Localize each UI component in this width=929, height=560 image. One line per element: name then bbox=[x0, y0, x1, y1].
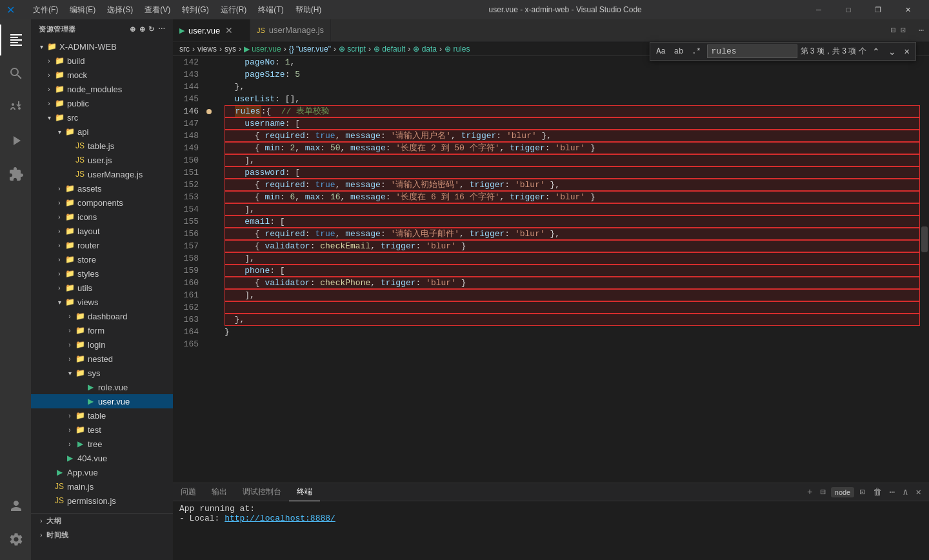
folder-icon: 📁 bbox=[65, 297, 75, 307]
add-terminal-icon[interactable]: + bbox=[804, 486, 815, 499]
sidebar-item-build[interactable]: › 📁 build bbox=[31, 54, 173, 68]
tab-terminal[interactable]: 终端 bbox=[289, 483, 320, 501]
close-button[interactable]: ✕ bbox=[893, 0, 923, 19]
search-icon[interactable] bbox=[0, 58, 31, 89]
sidebar-item-user-vue[interactable]: ▶ user.vue bbox=[31, 394, 173, 408]
menu-view[interactable]: 查看(V) bbox=[139, 3, 175, 17]
run-icon[interactable] bbox=[0, 125, 31, 156]
menu-select[interactable]: 选择(S) bbox=[102, 3, 138, 17]
new-folder-icon[interactable]: ⊕ bbox=[139, 25, 146, 34]
explorer-icon[interactable] bbox=[0, 25, 31, 55]
maximize-button[interactable]: □ bbox=[834, 0, 863, 19]
sidebar-item-icons[interactable]: › 📁 icons bbox=[31, 210, 173, 224]
terminal-panel: 问题 输出 调试控制台 终端 + ⊟ node ⊡ 🗑 ⋯ ∧ ✕ bbox=[173, 483, 929, 560]
maximize-panel-icon[interactable]: ∧ bbox=[900, 485, 910, 499]
line-num-147: 147 bbox=[173, 117, 199, 130]
editor-layout-button[interactable]: ⊟ ⊡ bbox=[886, 19, 911, 41]
sidebar-item-layout[interactable]: › 📁 layout bbox=[31, 224, 173, 238]
outline-header[interactable]: › 大纲 bbox=[31, 514, 173, 528]
sidebar-item-views[interactable]: ▾ 📁 views bbox=[31, 295, 173, 309]
sidebar-item-table[interactable]: › 📁 table bbox=[31, 408, 173, 423]
line-num-145: 145 bbox=[173, 93, 199, 105]
sidebar-item-test[interactable]: › 📁 test bbox=[31, 423, 173, 437]
sidebar-item-table-js[interactable]: JS table.js bbox=[31, 139, 173, 153]
find-close-button[interactable]: ✕ bbox=[902, 45, 912, 58]
find-regex-icon[interactable]: .* bbox=[689, 45, 703, 58]
restore-button[interactable]: ❐ bbox=[863, 0, 893, 19]
tab-user-vue[interactable]: ▶ user.vue ✕ bbox=[173, 19, 250, 41]
tab-user-manage-js[interactable]: JS userManage.js bbox=[250, 19, 331, 41]
sidebar-item-node-modules[interactable]: › 📁 node_modules bbox=[31, 82, 173, 96]
menu-file[interactable]: 文件(F) bbox=[28, 3, 63, 17]
sidebar-item-form[interactable]: › 📁 form bbox=[31, 323, 173, 337]
refresh-icon[interactable]: ↻ bbox=[148, 25, 155, 34]
sidebar-item-public[interactable]: › 📁 public bbox=[31, 96, 173, 110]
sidebar-item-src[interactable]: ▾ 📁 src bbox=[31, 110, 173, 125]
sidebar-item-assets[interactable]: › 📁 assets bbox=[31, 181, 173, 195]
settings-icon[interactable] bbox=[0, 524, 31, 555]
sidebar-item-app-vue[interactable]: ▶ App.vue bbox=[31, 465, 173, 479]
breadcrumb-sep: › bbox=[239, 45, 241, 54]
sidebar-item-dashboard[interactable]: › 📁 dashboard bbox=[31, 309, 173, 323]
split-terminal-icon[interactable]: ⊡ bbox=[857, 485, 867, 499]
source-control-icon[interactable] bbox=[0, 92, 31, 123]
vue-icon: ▶ bbox=[54, 467, 65, 477]
close-panel-icon[interactable]: ✕ bbox=[914, 485, 924, 499]
sidebar-item-mock[interactable]: › 📁 mock bbox=[31, 68, 173, 82]
sidebar-item-login[interactable]: › 📁 login bbox=[31, 337, 173, 352]
sidebar-item-role-vue[interactable]: ▶ role.vue bbox=[31, 380, 173, 394]
menu-edit[interactable]: 编辑(E) bbox=[65, 3, 101, 17]
find-next-button[interactable]: ⌄ bbox=[886, 45, 899, 58]
find-match-case-icon[interactable]: Aa bbox=[654, 45, 668, 58]
folder-icon: 📁 bbox=[75, 339, 85, 350]
sidebar-item-nested[interactable]: › 📁 nested bbox=[31, 352, 173, 366]
sidebar-item-sys[interactable]: ▾ 📁 sys bbox=[31, 366, 173, 380]
code-content[interactable]: pageNo: 1, pageSize: 5 }, userList: [], bbox=[218, 56, 920, 483]
more-tabs-button[interactable]: ⋯ bbox=[914, 19, 929, 41]
item-label: utils bbox=[77, 283, 92, 293]
more-actions-icon[interactable]: ⋯ bbox=[887, 485, 897, 499]
sidebar-item-api[interactable]: ▾ 📁 api bbox=[31, 125, 173, 139]
sidebar-item-router[interactable]: › 📁 router bbox=[31, 238, 173, 252]
minimize-button[interactable]: ─ bbox=[804, 0, 834, 19]
tab-problems[interactable]: 问题 bbox=[173, 483, 204, 501]
tab-output[interactable]: 输出 bbox=[204, 483, 235, 501]
tab-close-button[interactable]: ✕ bbox=[224, 24, 234, 37]
sidebar-item-permission-js[interactable]: JS permission.js bbox=[31, 494, 173, 508]
sidebar-item-components[interactable]: › 📁 components bbox=[31, 195, 173, 210]
extensions-icon[interactable] bbox=[0, 159, 31, 190]
sidebar-item-user-js[interactable]: JS user.js bbox=[31, 153, 173, 167]
find-whole-word-icon[interactable]: ab bbox=[672, 45, 686, 58]
sidebar-item-tree[interactable]: › ▶ tree bbox=[31, 437, 173, 451]
kill-terminal-icon[interactable]: 🗑 bbox=[870, 486, 884, 499]
local-url-link[interactable]: http://localhost:8888/ bbox=[225, 514, 335, 523]
new-file-icon[interactable]: ⊕ bbox=[130, 25, 136, 34]
menu-run[interactable]: 运行(R) bbox=[215, 3, 252, 17]
js-icon: JS bbox=[54, 495, 65, 506]
code-line-146: rules:{ // 表单校验 bbox=[225, 105, 920, 117]
line-num-157: 157 bbox=[173, 240, 199, 252]
tab-debug-console[interactable]: 调试控制台 bbox=[235, 483, 289, 501]
sidebar-item-utils[interactable]: › 📁 utils bbox=[31, 281, 173, 295]
account-icon[interactable] bbox=[0, 490, 31, 521]
find-input[interactable] bbox=[707, 45, 797, 58]
collapse-all-icon[interactable]: ⋯ bbox=[158, 25, 166, 34]
find-prev-button[interactable]: ⌃ bbox=[870, 45, 883, 58]
sidebar-item-404-vue[interactable]: ▶ 404.vue bbox=[31, 451, 173, 465]
breadcrumb-sep: › bbox=[284, 45, 286, 54]
menu-terminal[interactable]: 终端(T) bbox=[253, 3, 288, 17]
menu-goto[interactable]: 转到(G) bbox=[177, 3, 214, 17]
sidebar-item-main-js[interactable]: JS main.js bbox=[31, 479, 173, 494]
sidebar-item-store[interactable]: › 📁 store bbox=[31, 252, 173, 266]
timeline-header[interactable]: › 时间线 bbox=[31, 528, 173, 542]
vertical-scrollbar[interactable] bbox=[920, 56, 929, 483]
line-num-155: 155 bbox=[173, 215, 199, 228]
sidebar-item-styles[interactable]: › 📁 styles bbox=[31, 266, 173, 281]
menu-help[interactable]: 帮助(H) bbox=[290, 3, 327, 17]
terminal-layout-icon[interactable]: ⊟ bbox=[817, 485, 828, 499]
item-label: build bbox=[67, 56, 85, 66]
no-arrow bbox=[75, 396, 85, 406]
root-folder[interactable]: ▾ 📁 X-ADMIN-WEB bbox=[31, 39, 173, 54]
outline-label: 大纲 bbox=[46, 516, 61, 526]
sidebar-item-user-manage-js[interactable]: JS userManage.js bbox=[31, 167, 173, 181]
